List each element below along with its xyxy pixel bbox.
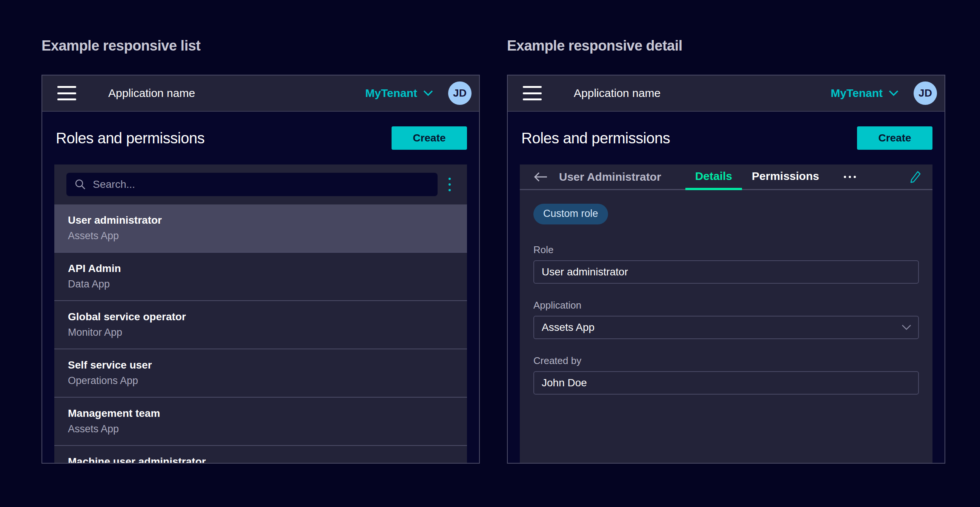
avatar[interactable]: JD — [448, 81, 471, 105]
form-field: Role — [533, 244, 919, 284]
detail-example-card: Application name MyTenant JD Roles and p… — [507, 75, 945, 464]
create-button[interactable]: Create — [857, 126, 932, 150]
list-example-title: Example responsive list — [41, 38, 480, 57]
field-input[interactable] — [542, 321, 911, 334]
chevron-down-icon — [889, 90, 899, 96]
avatar[interactable]: JD — [913, 81, 937, 105]
role-detail-panel: User Administrator Details Permissions C… — [520, 164, 932, 463]
detail-example-title: Example responsive detail — [507, 38, 945, 57]
custom-role-badge: Custom role — [533, 204, 608, 224]
tenant-switcher[interactable]: MyTenant — [365, 87, 433, 100]
role-app: Data App — [68, 278, 453, 290]
kebab-menu-icon[interactable] — [438, 173, 462, 196]
role-name: Management team — [68, 407, 453, 420]
search-row — [54, 164, 467, 205]
search-icon — [75, 179, 86, 190]
tenant-name: MyTenant — [365, 87, 417, 100]
detail-example: Example responsive detail Application na… — [507, 38, 945, 464]
form-field: Created by — [533, 355, 919, 394]
list-item[interactable]: API Admin Data App — [54, 253, 467, 301]
list-item[interactable]: User administrator Assets App — [54, 205, 467, 253]
role-name: API Admin — [68, 262, 453, 275]
role-name: User administrator — [68, 214, 453, 226]
role-app: Assets App — [68, 423, 453, 435]
create-button[interactable]: Create — [391, 126, 467, 150]
role-app: Assets App — [68, 230, 453, 242]
stage: Example responsive list Application name… — [0, 0, 980, 464]
detail-fields: Role Application Created by — [533, 244, 919, 394]
tab-details[interactable]: Details — [686, 164, 742, 190]
search-input[interactable] — [93, 178, 429, 191]
menu-icon[interactable] — [57, 86, 76, 100]
app-header: Application name MyTenant JD — [42, 75, 479, 112]
role-app: Operations App — [68, 375, 453, 387]
list-item[interactable]: Management team Assets App — [54, 397, 467, 446]
field-control — [533, 316, 919, 339]
list-item[interactable]: Global service operator Monitor App — [54, 301, 467, 349]
app-name: Application name — [108, 87, 195, 100]
roles-list: User administrator Assets App API Admin … — [54, 205, 467, 463]
list-example: Example responsive list Application name… — [41, 38, 480, 464]
page-title: Roles and permissions — [56, 130, 204, 147]
app-name: Application name — [574, 87, 660, 100]
edit-pencil-icon — [910, 170, 921, 183]
role-name: Machine user administrator — [68, 456, 453, 463]
detail-header: User Administrator Details Permissions — [520, 164, 932, 190]
list-example-card: Application name MyTenant JD Roles and p… — [41, 75, 480, 464]
role-app: Monitor App — [68, 327, 453, 339]
field-control — [533, 371, 919, 394]
role-name: Global service operator — [68, 311, 453, 323]
back-button[interactable] — [533, 172, 548, 182]
field-label: Role — [533, 244, 919, 256]
role-detail-title: User Administrator — [559, 170, 661, 183]
roles-list-panel: User administrator Assets App API Admin … — [54, 164, 467, 463]
list-item[interactable]: Machine user administrator — [54, 446, 467, 463]
back-arrow-icon — [533, 172, 548, 182]
field-control — [533, 260, 919, 284]
overflow-menu-icon[interactable] — [842, 172, 858, 182]
field-label: Application — [533, 300, 919, 311]
search-box — [67, 173, 438, 196]
form-field: Application — [533, 300, 919, 339]
field-input[interactable] — [542, 377, 911, 389]
tab-permissions[interactable]: Permissions — [742, 164, 829, 190]
role-name: Self service user — [68, 359, 453, 371]
detail-body: Custom role Role Application Created by — [520, 190, 932, 410]
tenant-switcher[interactable]: MyTenant — [830, 87, 899, 100]
field-input[interactable] — [542, 266, 911, 278]
edit-button[interactable] — [910, 170, 921, 183]
list-item[interactable]: Self service user Operations App — [54, 349, 467, 397]
field-label: Created by — [533, 355, 919, 367]
chevron-down-icon — [902, 324, 912, 331]
app-header: Application name MyTenant JD — [508, 75, 945, 112]
detail-title-row: Roles and permissions Create — [508, 112, 945, 164]
menu-icon[interactable] — [523, 86, 542, 100]
tenant-name: MyTenant — [830, 87, 883, 100]
chevron-down-icon — [423, 90, 433, 96]
list-title-row: Roles and permissions Create — [42, 112, 479, 164]
page-title: Roles and permissions — [521, 130, 670, 147]
